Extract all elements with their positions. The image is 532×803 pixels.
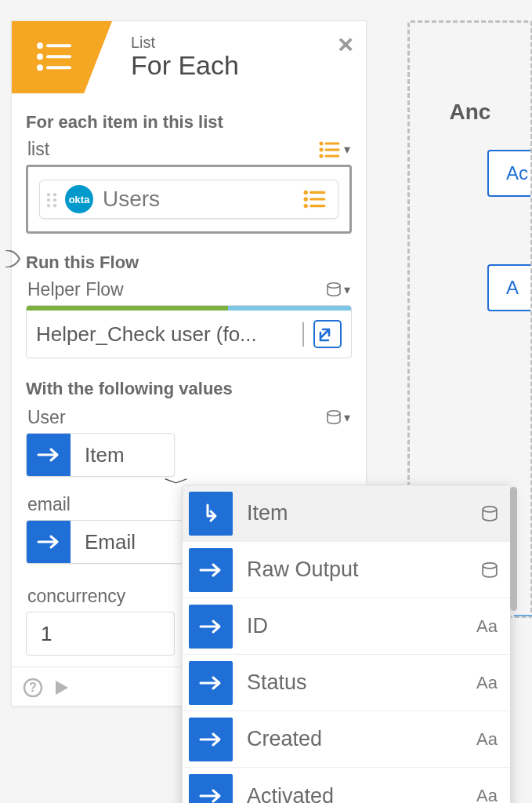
external-link-icon — [319, 325, 336, 343]
user-row: User ▾ Item — [26, 407, 352, 477]
okta-badge-icon: okta — [65, 185, 93, 213]
svg-text:?: ? — [29, 681, 37, 694]
helper-flow-label: Helper Flow — [27, 279, 124, 300]
svg-point-4 — [38, 66, 42, 69]
svg-point-19 — [328, 410, 340, 415]
header-title: For Each — [131, 50, 239, 81]
object-type-icon — [327, 410, 341, 426]
helper-flow-box: Helper_Check user (fo... — [26, 305, 352, 358]
progress-segment-green — [27, 306, 228, 311]
list-value-pill[interactable]: ●●●●●● okta Users — [39, 180, 338, 219]
right-panel-button-2[interactable]: A — [487, 264, 530, 311]
arrow-right-icon — [189, 548, 233, 592]
svg-point-0 — [38, 44, 42, 47]
dropdown-item-type-icon — [482, 560, 498, 580]
list-icon — [37, 41, 73, 72]
svg-point-22 — [483, 507, 497, 512]
helper-flow-row: Helper_Check user (fo... — [27, 311, 351, 358]
card-header: List For Each × — [12, 21, 366, 93]
user-value-text: Item — [71, 434, 139, 476]
arrow-right-icon — [189, 718, 233, 761]
svg-point-6 — [320, 143, 322, 144]
dropdown-item-label: Activated — [247, 784, 476, 804]
dropdown-item-status[interactable]: Status Aa — [183, 655, 510, 711]
drag-handle-icon[interactable]: ●●●●●● — [46, 191, 65, 208]
svg-point-16 — [305, 205, 306, 207]
svg-point-12 — [305, 191, 306, 193]
list-type-icon[interactable]: ▾ — [319, 141, 350, 158]
dropdown-item-label: Created — [247, 727, 476, 751]
list-value-type-icon — [303, 190, 327, 209]
with-values-heading: With the following values — [26, 379, 352, 399]
dropdown-caret-icon: ﹀ — [164, 471, 190, 496]
run-flow-heading: Run this Flow — [26, 253, 352, 273]
dropdown-item-label: Item — [247, 501, 482, 525]
dropdown-item-label: Raw Output — [247, 558, 482, 582]
right-panel-button-1[interactable]: Ac — [487, 150, 530, 197]
svg-point-14 — [305, 198, 306, 200]
dropdown-item-raw-output[interactable]: Raw Output — [183, 542, 510, 598]
concurrency-value: 1 — [41, 622, 52, 646]
dropdown-item-type-text: Aa — [476, 616, 498, 637]
right-panel-heading: Anc — [410, 100, 530, 125]
dropdown-item-type-text: Aa — [476, 673, 498, 693]
object-type-icon — [327, 282, 341, 298]
dropdown-scrollbar[interactable] — [510, 487, 517, 611]
helper-flow-type-icon[interactable]: ▾ — [327, 282, 350, 298]
chevron-down-icon: ▾ — [344, 142, 350, 157]
field-dropdown: Item Raw Output ID Aa Status Aa Created … — [182, 485, 511, 803]
svg-point-18 — [328, 282, 340, 287]
svg-point-23 — [483, 563, 497, 569]
email-value-chip[interactable]: Email — [26, 520, 186, 564]
list-label: list — [27, 139, 49, 160]
header-supertitle: List — [131, 34, 239, 52]
chevron-down-icon: ▾ — [344, 282, 350, 297]
helper-flow-value[interactable]: Helper_Check user (fo... — [36, 322, 304, 347]
arrow-right-icon — [189, 661, 233, 705]
user-value-chip[interactable]: Item — [26, 433, 175, 477]
dropdown-item-label: ID — [247, 614, 476, 638]
header-icon-wrap — [12, 21, 112, 93]
helper-flow-label-row: Helper Flow ▾ — [26, 279, 352, 300]
email-label: email — [27, 494, 71, 515]
svg-point-10 — [320, 155, 322, 157]
dropdown-item-type-icon — [482, 503, 498, 524]
list-type-list-icon — [319, 141, 341, 158]
help-button[interactable]: ? — [23, 675, 43, 698]
svg-point-8 — [320, 149, 322, 151]
arrow-right-icon — [189, 605, 233, 649]
concurrency-label: concurrency — [27, 586, 125, 607]
dropdown-item-label: Status — [247, 670, 476, 695]
list-field-label-row: list ▾ — [26, 139, 352, 160]
progress-segment-blue — [228, 306, 351, 311]
arrow-right-icon — [189, 774, 233, 803]
run-button[interactable] — [52, 675, 71, 697]
open-flow-button[interactable] — [313, 320, 342, 348]
list-value-text: Users — [103, 187, 303, 212]
arrow-down-right-icon — [189, 492, 233, 536]
user-label: User — [27, 407, 66, 428]
dropdown-item-id[interactable]: ID Aa — [183, 598, 510, 655]
user-type-icon[interactable]: ▾ — [327, 410, 350, 426]
close-button[interactable]: × — [338, 31, 353, 57]
right-panel-divider — [514, 615, 532, 616]
dropdown-item-type-text: Aa — [476, 729, 498, 750]
dropdown-item-item[interactable]: Item — [183, 485, 510, 542]
email-value-text: Email — [71, 521, 150, 563]
arrow-right-icon — [27, 434, 71, 476]
list-drop-area[interactable]: ●●●●●● okta Users — [26, 165, 352, 234]
connector-line-icon — [5, 250, 23, 267]
dropdown-item-type-text: Aa — [476, 786, 498, 803]
concurrency-input[interactable]: 1 — [26, 612, 175, 656]
header-titles: List For Each — [112, 21, 239, 93]
arrow-right-icon — [27, 521, 71, 563]
dropdown-item-created[interactable]: Created Aa — [183, 711, 510, 768]
for-each-list-heading: For each item in this list — [26, 112, 352, 133]
svg-point-2 — [38, 55, 42, 58]
helper-flow-progress — [27, 306, 351, 311]
dropdown-item-activated[interactable]: Activated Aa — [183, 768, 510, 803]
chevron-down-icon: ▾ — [344, 410, 350, 425]
